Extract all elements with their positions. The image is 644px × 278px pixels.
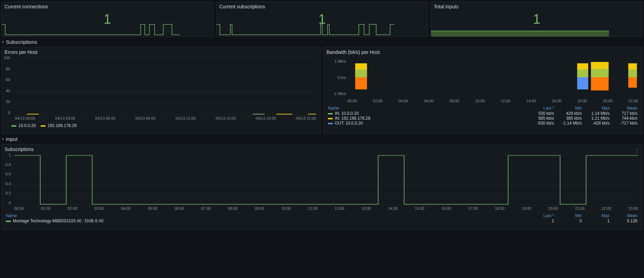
section-title: Subscriptions (6, 39, 37, 45)
panel-bandwidth-per-host[interactable]: Bandwith (bit/s) per Host 1 Mb/s0 b/s-1 … (323, 47, 643, 134)
chevron-down-icon: ▾ (2, 137, 4, 141)
x-axis: 00:0001:0002:0003:0004:0005:0006:0007:00… (14, 206, 638, 212)
legend: 10.0.0.20192.168.178.28 (5, 122, 317, 128)
panel-title: Bandwith (bit/s) per Host (327, 49, 639, 55)
legend-table: Name Last * Min Max Mean Montage Technol… (5, 213, 639, 223)
panel-title: Subscriptions (5, 146, 639, 152)
svg-rect-17 (628, 77, 637, 88)
svg-rect-0 (431, 31, 609, 37)
svg-rect-8 (355, 77, 367, 89)
legend-header[interactable]: Name Last * Min Max Mean (327, 106, 639, 111)
sparkline (2, 23, 180, 37)
plot-area (15, 57, 316, 115)
panel-title: Current subscriptions (219, 4, 425, 9)
svg-rect-16 (628, 70, 637, 77)
legend-header[interactable]: Name Last * Min Max Mean (5, 213, 639, 219)
legend-swatch (328, 118, 333, 119)
y-axis: 1 Mb/s0 b/s-1 Mb/s (327, 59, 347, 96)
legend-table: Name Last * Min Max Mean IN: 10.0.0.2053… (327, 106, 639, 126)
legend-item[interactable]: 10.0.0.20 (11, 123, 36, 128)
sparkline (216, 23, 394, 37)
svg-rect-13 (591, 69, 609, 77)
stat-current-subscriptions[interactable]: Current subscriptions 1 (216, 1, 428, 37)
legend-row[interactable]: IN: 10.0.0.20530 kb/s428 kb/s1.14 Mb/s71… (327, 111, 639, 116)
x-axis: 04/13 00:0004/13 03:0004/13 06:0004/13 0… (15, 116, 316, 122)
legend-swatch (328, 113, 333, 114)
legend-swatch (6, 221, 11, 222)
panel-menu-icon[interactable]: ⋮ (633, 146, 640, 153)
legend-item[interactable]: 192.168.178.28 (41, 123, 76, 128)
sparkline (431, 23, 609, 37)
panel-input-subscriptions[interactable]: Subscriptions ⋮ 10.80.60.40.20 00:0001:0… (1, 144, 643, 230)
panel-title: Errors per Host (5, 49, 317, 55)
legend-row[interactable]: OUT: 10.0.0.20-530 kb/s-1.14 Mb/s-428 kb… (327, 121, 639, 126)
section-subscriptions-toggle[interactable]: ▾ Subscriptions (1, 37, 643, 47)
section-title: Input (6, 136, 17, 142)
panel-title: Total inputs (434, 4, 639, 9)
section-input-toggle[interactable]: ▾ Input (1, 134, 643, 144)
legend-row[interactable]: Montage Technology M88DS3103 #0 : DVB-S … (5, 219, 639, 223)
y-axis: 10.80.60.40.20 (0, 153, 12, 205)
chevron-down-icon: ▾ (2, 40, 4, 44)
svg-rect-10 (577, 70, 588, 77)
plot-area (14, 154, 638, 205)
legend-row[interactable]: IN: 192.168.178.28565 kb/s385 kb/s1.21 M… (327, 116, 639, 121)
panel-title: Current connections (5, 4, 210, 9)
svg-rect-7 (355, 70, 367, 77)
svg-rect-11 (577, 77, 588, 89)
stat-total-inputs[interactable]: Total inputs 1 (431, 1, 643, 37)
series-line (14, 154, 638, 205)
stat-current-connections[interactable]: Current connections 1 (1, 1, 213, 37)
legend-swatch (11, 125, 16, 127)
y-axis: 100806040200 (0, 56, 11, 115)
legend-swatch (328, 123, 333, 124)
plot-area (347, 59, 638, 96)
panel-errors-per-host[interactable]: Errors per Host 100806040200 (1, 47, 321, 134)
legend-swatch (41, 125, 46, 127)
x-axis: 00:0002:0004:0006:0008:0010:0012:0014:00… (347, 99, 638, 104)
svg-rect-14 (591, 77, 609, 90)
